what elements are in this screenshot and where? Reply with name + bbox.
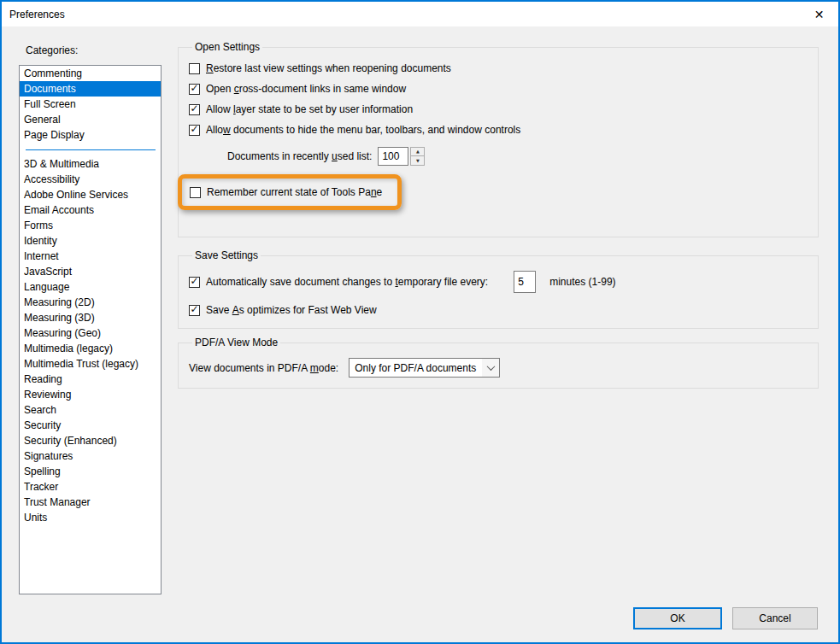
category-item-multimedia-legacy[interactable]: Multimedia (legacy) [20, 341, 161, 356]
category-item-spelling[interactable]: Spelling [20, 464, 161, 479]
category-item-3d-multimedia[interactable]: 3D & Multimedia [20, 156, 161, 172]
categories-label: Categories: [26, 44, 78, 56]
dialog-content: Categories: CommentingDocumentsFull Scre… [2, 26, 838, 642]
checkmark: ✓ [190, 103, 198, 114]
autosave-label: Automatically save document changes to t… [206, 276, 488, 288]
pdfa-mode-dropdown[interactable]: Only for PDF/A documents [349, 358, 500, 378]
category-item-measuring-2d[interactable]: Measuring (2D) [20, 295, 161, 310]
category-item-signatures[interactable]: Signatures [20, 448, 161, 464]
recently-used-count-input[interactable] [378, 147, 408, 166]
cross-document-links-label: Open cross-document links in same window [206, 83, 406, 95]
pdfa-mode-row: View documents in PDF/A mode: Only for P… [189, 358, 809, 378]
layer-state-checkbox[interactable]: ✓ [189, 104, 200, 115]
chevron-down-icon [486, 362, 495, 371]
category-item-full-screen[interactable]: Full Screen [20, 97, 161, 112]
pdfa-view-mode-group: PDF/A View Mode View documents in PDF/A … [178, 337, 819, 389]
spin-down-button[interactable]: ▼ [410, 156, 425, 166]
cancel-button[interactable]: Cancel [732, 607, 818, 629]
category-item-measuring-3d[interactable]: Measuring (3D) [20, 310, 161, 325]
open-settings-group: Open Settings Restore last view settings… [178, 41, 819, 237]
autosave-row: ✓ Automatically save document changes to… [189, 271, 809, 293]
restore-last-view-checkbox[interactable] [189, 63, 200, 74]
category-item-measuring-geo[interactable]: Measuring (Geo) [20, 325, 161, 341]
open-settings-title: Open Settings [192, 41, 262, 53]
spin-down-icon: ▼ [416, 159, 420, 163]
tools-pane-row: Remember current state of Tools Pane [189, 174, 809, 210]
dropdown-button[interactable] [482, 359, 499, 377]
preferences-dialog: Preferences ✕ Categories: CommentingDocu… [0, 0, 840, 644]
category-item-forms[interactable]: Forms [20, 218, 161, 233]
close-icon: ✕ [814, 8, 825, 21]
restore-last-view-label: Restore last view settings when reopenin… [206, 62, 451, 74]
category-item-identity[interactable]: Identity [20, 233, 161, 249]
category-item-internet[interactable]: Internet [20, 249, 161, 264]
cross-document-links-checkbox[interactable]: ✓ [189, 84, 200, 95]
category-item-accessibility[interactable]: Accessibility [20, 172, 161, 187]
checkmark: ✓ [190, 276, 198, 286]
category-item-reviewing[interactable]: Reviewing [20, 387, 161, 402]
save-settings-group: Save Settings ✓ Automatically save docum… [178, 249, 819, 329]
autosave-minutes-suffix: minutes (1-99) [549, 276, 615, 288]
layer-state-label: Allow layer state to be set by user info… [206, 103, 413, 115]
checkmark: ✓ [190, 83, 198, 93]
recently-used-list-label: Documents in recently used list: [227, 150, 372, 162]
category-item-multimedia-trust-legacy[interactable]: Multimedia Trust (legacy) [20, 356, 161, 372]
category-item-security-enhanced[interactable]: Security (Enhanced) [20, 433, 161, 448]
category-item-reading[interactable]: Reading [20, 372, 161, 387]
spin-up-icon: ▲ [416, 149, 420, 154]
category-item-general[interactable]: General [20, 112, 161, 127]
category-item-tracker[interactable]: Tracker [20, 479, 161, 495]
category-item-units[interactable]: Units [20, 510, 161, 525]
category-item-documents[interactable]: Documents [20, 81, 161, 97]
fast-web-view-checkbox[interactable]: ✓ [189, 305, 200, 316]
close-button[interactable]: ✕ [800, 2, 838, 26]
category-item-security[interactable]: Security [20, 418, 161, 433]
category-separator [20, 143, 161, 156]
spin-up-button[interactable]: ▲ [410, 147, 425, 156]
pdfa-view-mode-title: PDF/A View Mode [192, 337, 280, 348]
hide-menu-bar-label: Allow documents to hide the menu bar, to… [206, 124, 520, 136]
autosave-checkbox[interactable]: ✓ [189, 277, 200, 288]
pdfa-mode-label: View documents in PDF/A mode: [189, 362, 338, 374]
orange-highlight-annotation: Remember current state of Tools Pane [178, 174, 402, 210]
recently-used-list-row: Documents in recently used list: ▲ ▼ [227, 147, 809, 166]
category-item-adobe-online-services[interactable]: Adobe Online Services [20, 187, 161, 202]
category-item-email-accounts[interactable]: Email Accounts [20, 202, 161, 218]
title-bar: Preferences ✕ [2, 2, 838, 26]
fast-web-view-row: ✓ Save As optimizes for Fast Web View [189, 304, 809, 316]
category-item-trust-manager[interactable]: Trust Manager [20, 495, 161, 510]
autosave-minutes-input[interactable] [514, 271, 536, 293]
restore-last-view-row: Restore last view settings when reopenin… [189, 62, 809, 74]
window-title: Preferences [2, 9, 65, 20]
fast-web-view-label: Save As optimizes for Fast Web View [206, 304, 377, 316]
category-item-commenting[interactable]: Commenting [20, 66, 161, 81]
cross-document-links-row: ✓ Open cross-document links in same wind… [189, 83, 809, 95]
category-item-language[interactable]: Language [20, 279, 161, 295]
pdfa-mode-selected-value: Only for PDF/A documents [350, 359, 482, 377]
category-item-page-display[interactable]: Page Display [20, 127, 161, 143]
checkmark: ✓ [190, 304, 198, 314]
ok-button[interactable]: OK [633, 607, 722, 629]
category-item-search[interactable]: Search [20, 402, 161, 418]
hide-menu-bar-row: ✓ Allow documents to hide the menu bar, … [189, 124, 809, 136]
categories-list[interactable]: CommentingDocumentsFull ScreenGeneralPag… [19, 65, 162, 594]
recently-used-spinner: ▲ ▼ [410, 147, 425, 166]
hide-menu-bar-checkbox[interactable]: ✓ [189, 125, 200, 136]
category-item-javascript[interactable]: JavaScript [20, 264, 161, 279]
checkmark: ✓ [190, 124, 198, 134]
tools-pane-checkbox[interactable] [190, 187, 201, 198]
layer-state-row: ✓ Allow layer state to be set by user in… [189, 103, 809, 115]
save-settings-title: Save Settings [192, 249, 261, 261]
tools-pane-label: Remember current state of Tools Pane [207, 186, 382, 198]
